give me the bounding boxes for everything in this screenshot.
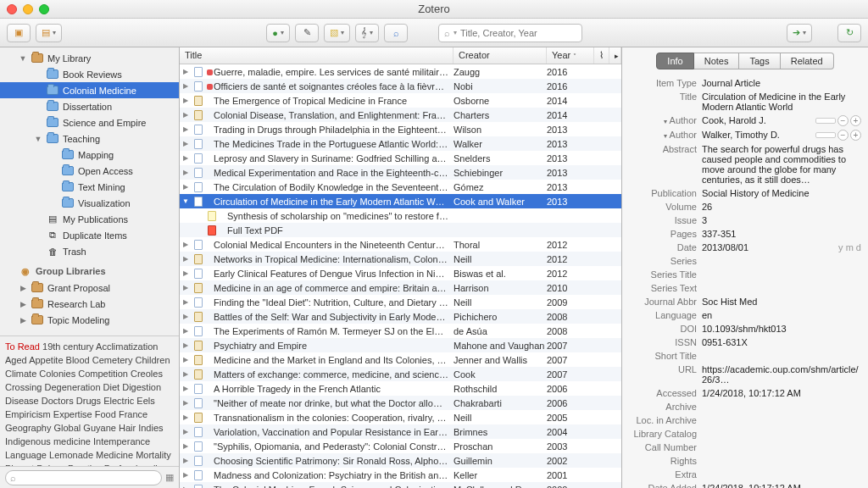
meta-field[interactable]: DOI10.1093/shm/hkt013 xyxy=(629,322,861,336)
item-row[interactable]: ▶Psychiatry and EmpireMahone and Vaughan… xyxy=(180,338,621,352)
item-row[interactable]: ▶Officiers de santé et soignantes créole… xyxy=(180,79,621,93)
meta-field[interactable]: Loc. in Archive xyxy=(629,413,861,427)
item-row[interactable]: Full Text PDF xyxy=(180,223,621,237)
item-row[interactable]: ▶Battles of the Self: War and Subjectivi… xyxy=(180,309,621,324)
item-row[interactable]: ▶Medicine in an age of commerce and empi… xyxy=(180,280,621,295)
new-library-button[interactable]: ▤▾ xyxy=(36,24,62,42)
item-row[interactable]: ▶Madness and Colonization: Psychiatry in… xyxy=(180,468,621,482)
meta-field[interactable]: Languageen xyxy=(629,308,861,322)
tag-menu-icon[interactable]: ▦ xyxy=(165,472,174,483)
remove-creator-button[interactable]: − xyxy=(837,130,849,141)
meta-field[interactable]: Call Number xyxy=(629,441,861,454)
meta-field[interactable]: Volume26 xyxy=(629,200,861,214)
item-row[interactable]: ▶Colonial Medical Encounters in the Nine… xyxy=(180,237,621,252)
meta-field[interactable]: PublicationSocial History of Medicine xyxy=(629,186,861,200)
add-by-identifier-button[interactable]: ✎ xyxy=(295,24,319,42)
item-row[interactable]: ▶Variolation, Vaccination and Popular Re… xyxy=(180,424,621,439)
meta-field[interactable]: Library Catalog xyxy=(629,427,861,441)
tab-tags[interactable]: Tags xyxy=(739,53,780,69)
creator-type-button[interactable] xyxy=(815,132,836,138)
tag-filter-input[interactable] xyxy=(5,470,162,485)
collection-row[interactable]: Book Reviews xyxy=(0,66,179,82)
item-row[interactable]: ▶The Experiments of Ramón M. Termeyer SJ… xyxy=(180,324,621,338)
col-year[interactable]: Year ˅ xyxy=(547,47,594,64)
meta-field[interactable]: Item TypeJournal Article xyxy=(629,76,861,90)
meta-field[interactable]: TitleCirculation of Medicine in the Earl… xyxy=(629,90,861,114)
meta-field[interactable]: Date2013/08/01y m d xyxy=(629,241,861,254)
add-attachment-button[interactable]: 𝄞▾ xyxy=(355,24,379,42)
item-row[interactable]: ▶Colonial Disease, Translation, and Enli… xyxy=(180,108,621,122)
collection-row[interactable]: Mapping xyxy=(0,147,179,163)
item-row[interactable]: ▼Circulation of Medicine in the Early Mo… xyxy=(180,194,621,208)
group-library-row[interactable]: ▶Grant Proposal xyxy=(0,280,179,296)
collection-row[interactable]: Dissertation xyxy=(0,98,179,114)
collection-row[interactable]: Colonial Medicine xyxy=(0,82,179,98)
meta-field[interactable]: Archive xyxy=(629,400,861,413)
collection-row[interactable]: Science and Empire xyxy=(0,114,179,130)
meta-field[interactable]: Date Added1/24/2018, 10:17:12 AM xyxy=(629,481,861,488)
item-row[interactable]: ▶Leprosy and Slavery in Suriname: Godfri… xyxy=(180,151,621,165)
group-library-row[interactable]: ▶Research Lab xyxy=(0,296,179,312)
group-library-row[interactable]: ▶Topic Modeling xyxy=(0,312,179,328)
item-row[interactable]: ▶The Colonial Machine: French Science an… xyxy=(180,482,621,488)
col-attachment[interactable]: ⌇ xyxy=(594,47,609,64)
tab-notes[interactable]: Notes xyxy=(694,53,740,69)
meta-field[interactable]: URLhttps://academic.oup.com/shm/article/… xyxy=(629,363,861,386)
item-row[interactable]: ▶"Syphilis, Opiomania, and Pederasty": C… xyxy=(180,439,621,453)
sync-button[interactable]: ↻ xyxy=(837,24,861,42)
meta-field[interactable]: Series xyxy=(629,254,861,268)
item-row[interactable]: ▶The Circulation of Bodily Knowledge in … xyxy=(180,180,621,194)
new-note-button[interactable]: ▧▾ xyxy=(324,24,350,42)
item-row[interactable]: ▶Choosing Scientific Patrimony: Sir Rona… xyxy=(180,453,621,468)
item-row[interactable]: Synthesis of scholarship on "medicines" … xyxy=(180,208,621,223)
meta-field[interactable]: Short Title xyxy=(629,349,861,363)
collection-row[interactable]: ⧉Duplicate Items xyxy=(0,227,179,243)
item-row[interactable]: ▶"Neither of meate nor drinke, but what … xyxy=(180,396,621,410)
collection-row[interactable]: Open Access xyxy=(0,163,179,179)
creator-type-button[interactable] xyxy=(815,118,836,124)
meta-field[interactable]: ISSN0951-631X xyxy=(629,336,861,349)
item-row[interactable]: ▶Transnationalism in the colonies: Coope… xyxy=(180,410,621,424)
collections-tree[interactable]: ▼My Library Book ReviewsColonial Medicin… xyxy=(0,47,179,336)
meta-field[interactable]: Journal AbbrSoc Hist Med xyxy=(629,295,861,308)
collection-row[interactable]: Visualization xyxy=(0,195,179,211)
quick-search[interactable]: ⌕ ▾ xyxy=(438,24,582,42)
add-creator-button[interactable]: + xyxy=(850,115,861,126)
item-row[interactable]: ▶Trading in Drugs through Philadelphia i… xyxy=(180,122,621,136)
meta-field[interactable]: Pages337-351 xyxy=(629,227,861,241)
meta-field[interactable]: AbstractThe search for powerful drugs ha… xyxy=(629,142,861,186)
meta-field[interactable]: Issue3 xyxy=(629,214,861,227)
item-row[interactable]: ▶Medical Experimentation and Race in the… xyxy=(180,165,621,180)
item-row[interactable]: ▶Early Clinical Features of Dengue Virus… xyxy=(180,266,621,280)
col-creator[interactable]: Creator xyxy=(453,47,547,64)
my-library[interactable]: ▼My Library xyxy=(0,50,179,66)
col-menu[interactable]: ▸ xyxy=(609,47,621,64)
meta-field[interactable]: Series Text xyxy=(629,281,861,295)
item-row[interactable]: ▶The Medicines Trade in the Portuguese A… xyxy=(180,136,621,151)
meta-field[interactable]: Series Title xyxy=(629,268,861,281)
meta-field[interactable]: ▾ AuthorWalker, Timothy D.−+ xyxy=(629,128,861,142)
meta-field[interactable]: Rights xyxy=(629,454,861,468)
collection-row[interactable]: ▼Teaching xyxy=(0,130,179,147)
tag-selector[interactable]: To Read 19th century Acclimatization Age… xyxy=(0,336,179,466)
column-headers[interactable]: Title Creator Year ˅ ⌇ ▸ xyxy=(180,47,621,64)
meta-field[interactable]: ▾ AuthorCook, Harold J.−+ xyxy=(629,114,861,128)
new-item-button[interactable]: ●▾ xyxy=(266,24,290,42)
meta-field[interactable]: Extra xyxy=(629,468,861,481)
add-creator-button[interactable]: + xyxy=(850,130,861,141)
locate-button[interactable]: ➔▾ xyxy=(787,24,812,42)
advanced-search-button[interactable]: ⌕ xyxy=(384,24,408,42)
quick-search-input[interactable] xyxy=(460,28,576,38)
item-row[interactable]: ▶Matters of exchange: commerce, medicine… xyxy=(180,367,621,381)
tab-info[interactable]: Info xyxy=(656,53,693,69)
col-title[interactable]: Title xyxy=(180,47,453,64)
item-row[interactable]: ▶The Emergence of Tropical Medicine in F… xyxy=(180,93,621,108)
item-row[interactable]: ▶Networks in Tropical Medicine: Internat… xyxy=(180,252,621,266)
tab-related[interactable]: Related xyxy=(781,53,834,69)
items-list[interactable]: ▶Guerre, maladie, empire. Les services d… xyxy=(180,64,621,488)
remove-creator-button[interactable]: − xyxy=(837,115,849,126)
collection-row[interactable]: ▤My Publications xyxy=(0,211,179,227)
collection-row[interactable]: Text Mining xyxy=(0,179,179,195)
collection-row[interactable]: 🗑Trash xyxy=(0,243,179,259)
new-collection-button[interactable]: ▣ xyxy=(7,24,31,42)
